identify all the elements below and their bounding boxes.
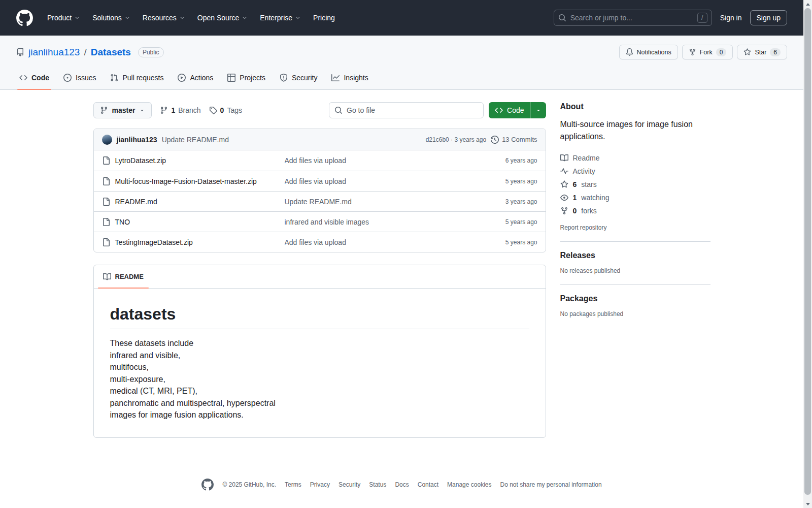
global-search[interactable]: / (554, 10, 712, 26)
eye-icon (560, 194, 568, 202)
nav-solutions[interactable]: Solutions (87, 10, 136, 26)
forks-link[interactable]: 0forks (560, 207, 597, 215)
github-logo[interactable] (16, 10, 33, 26)
footer-link-do-not-share[interactable]: Do not share my personal information (500, 481, 601, 488)
book-icon (103, 273, 111, 281)
readme-title: datasets (110, 305, 529, 329)
readme-link[interactable]: Readme (560, 154, 600, 162)
repo-owner-link[interactable]: jianlihua123 (28, 47, 80, 58)
go-to-file-input[interactable] (347, 106, 478, 114)
scrollbar-down-arrow[interactable] (803, 500, 812, 508)
footer-link-terms[interactable]: Terms (285, 481, 301, 488)
star-button[interactable]: Star 6 (737, 45, 787, 59)
nav-product[interactable]: Product (42, 10, 85, 26)
file-icon (102, 156, 110, 165)
file-commit-date: 5 years ago (461, 239, 537, 246)
tab-security[interactable]: Security (273, 67, 325, 89)
commit-time: 3 years ago (454, 136, 486, 143)
chevron-down-icon (124, 15, 130, 21)
star-count: 6 (770, 48, 781, 56)
go-to-file-box[interactable] (329, 102, 484, 118)
releases-title: Releases (560, 251, 710, 260)
file-commit-date: 5 years ago (461, 178, 537, 185)
repo-icon (16, 48, 24, 56)
file-commit-message-link[interactable]: Update README.md (285, 198, 461, 206)
sign-up-button[interactable]: Sign up (750, 10, 787, 25)
header-right: / Sign in Sign up (554, 10, 787, 26)
star-icon (560, 180, 568, 188)
file-link[interactable]: TNO (102, 218, 285, 226)
footer-link-security[interactable]: Security (339, 481, 360, 488)
footer-inner: © 2025 GitHub, Inc. Terms Privacy Securi… (0, 479, 803, 491)
slash-key-hint: / (697, 13, 707, 23)
scrollbar[interactable] (803, 0, 812, 508)
triangle-down-icon (139, 107, 145, 113)
divider (560, 241, 710, 242)
notifications-button[interactable]: Notifications (619, 45, 678, 59)
footer-link-status[interactable]: Status (369, 481, 386, 488)
global-header: Product Solutions Resources Open Source … (0, 0, 803, 36)
commit-author-link[interactable]: jianlihua123 (117, 136, 157, 144)
releases-section: Releases No releases published (560, 251, 710, 274)
file-icon (102, 198, 110, 206)
tab-actions[interactable]: Actions (171, 67, 220, 89)
table-row: LytroDataset.zip Add files via upload 6 … (94, 150, 546, 171)
file-link[interactable]: LytroDataset.zip (102, 156, 285, 165)
stars-link[interactable]: 6stars (560, 180, 597, 188)
activity-link[interactable]: Activity (560, 167, 595, 175)
watching-link[interactable]: 1watching (560, 194, 610, 202)
github-footer-logo[interactable] (201, 479, 214, 491)
file-commit-message-link[interactable]: Add files via upload (285, 238, 461, 246)
file-commit-message-link[interactable]: Add files via upload (285, 177, 461, 185)
star-icon (743, 48, 751, 56)
readme-tab[interactable]: README (98, 265, 149, 288)
table-row: Multi-focus-Image-Fusion-Dataset-master.… (94, 171, 546, 191)
file-link[interactable]: TestingImageDataset.zip (102, 238, 285, 246)
commit-hash-link[interactable]: d21c6b0 · 3 years ago (426, 136, 486, 143)
scrollbar-thumb[interactable] (804, 8, 811, 495)
book-icon (560, 154, 568, 162)
repo-path-separator: / (84, 47, 86, 58)
file-link[interactable]: README.md (102, 198, 285, 206)
play-icon (178, 74, 186, 82)
avatar[interactable] (102, 135, 112, 145)
file-commit-message-link[interactable]: Add files via upload (285, 156, 461, 165)
footer-link-privacy[interactable]: Privacy (310, 481, 330, 488)
tags-link[interactable]: 0 Tags (209, 106, 242, 114)
branches-link[interactable]: 1 Branch (160, 106, 200, 114)
tab-issues[interactable]: Issues (56, 67, 103, 89)
tab-pull-requests[interactable]: Pull requests (103, 67, 171, 89)
footer-link-manage-cookies[interactable]: Manage cookies (447, 481, 491, 488)
scrollbar-up-arrow[interactable] (803, 0, 812, 8)
branch-selector[interactable]: master (93, 102, 152, 118)
file-link[interactable]: Multi-focus-Image-Fusion-Dataset-master.… (102, 177, 285, 185)
report-repository-link[interactable]: Report repository (560, 224, 607, 231)
commit-message-link[interactable]: Update README.md (162, 136, 229, 144)
nav-pricing[interactable]: Pricing (308, 10, 340, 26)
repo-title-row: jianlihua123 / Datasets Public Notificat… (0, 45, 803, 59)
repo-meta-list: Readme Activity 6stars 1watching 0forks (560, 152, 710, 217)
commit-history-link[interactable]: 13 Commits (491, 136, 537, 144)
file-commit-date: 5 years ago (461, 218, 537, 226)
footer-link-contact[interactable]: Contact (418, 481, 438, 488)
search-input[interactable] (570, 14, 693, 22)
tab-insights[interactable]: Insights (324, 67, 375, 89)
fork-button[interactable]: Fork 0 (682, 45, 733, 59)
repo-name-link[interactable]: Datasets (91, 47, 131, 58)
tab-projects[interactable]: Projects (220, 67, 273, 89)
file-icon (102, 218, 110, 226)
commit-meta: d21c6b0 · 3 years ago 13 Commits (426, 136, 537, 144)
nav-resources[interactable]: Resources (138, 10, 190, 26)
sign-in-link[interactable]: Sign in (720, 14, 742, 22)
nav-open-source[interactable]: Open Source (192, 10, 253, 26)
sidebar: About Multi-source images for image fusi… (560, 102, 710, 438)
footer-link-docs[interactable]: Docs (395, 481, 409, 488)
tab-code[interactable]: Code (12, 67, 56, 89)
nav-enterprise[interactable]: Enterprise (255, 10, 306, 26)
repo-tabs: Code Issues Pull requests Actions Projec… (0, 67, 803, 89)
packages-empty-note: No packages published (560, 310, 710, 318)
branch-toolbar: master 1 Branch 0 Tags (93, 102, 546, 118)
code-dropdown-button[interactable]: Code (489, 102, 546, 118)
file-commit-message-link[interactable]: infrared and visible images (285, 218, 461, 226)
git-branch-icon (100, 106, 108, 114)
